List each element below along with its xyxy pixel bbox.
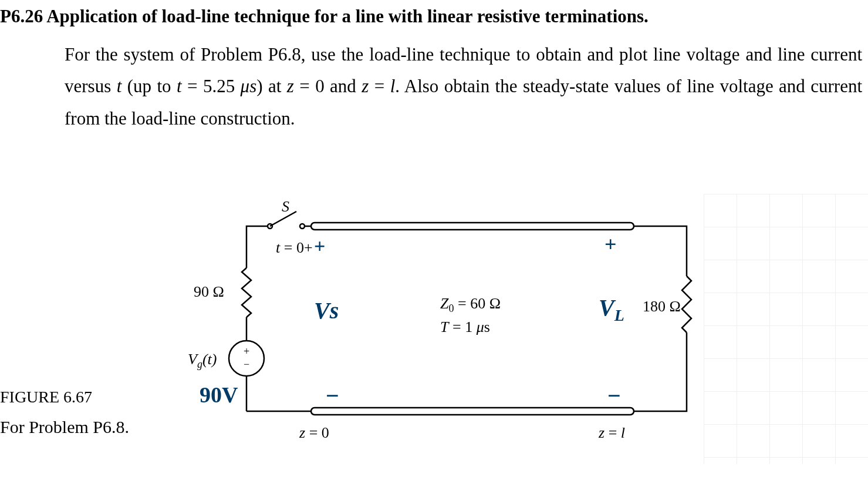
svg-rect-3 xyxy=(311,408,634,415)
annotation-plus-right: + xyxy=(604,232,617,257)
problem-body: For the system of Problem P6.8, use the … xyxy=(0,39,868,135)
figure-caption: FIGURE 6.67 xyxy=(0,388,92,407)
body-text-8: = 0 and xyxy=(294,76,362,96)
annotation-minus-right: − xyxy=(607,382,621,409)
annotation-vl: VL xyxy=(599,294,624,325)
load-resistor-label: 180 Ω xyxy=(643,298,681,315)
figure-subcaption: For Problem P6.8. xyxy=(0,417,129,437)
body-text-2: (up to xyxy=(121,76,177,96)
circuit-diagram: + − S t = 0+ 90 Ω Vg(t) Z0 = 60 Ω T = 1 … xyxy=(176,194,704,464)
annotation-plus-left: + xyxy=(314,235,325,257)
problem-heading: P6.26 Application of load-line technique… xyxy=(0,6,868,27)
z-end-label: z = l xyxy=(598,424,625,441)
problem-title: Application of load-line technique for a… xyxy=(46,6,649,26)
svg-text:+: + xyxy=(244,345,249,357)
problem-number: P6.26 xyxy=(0,6,43,26)
body-text-10: = xyxy=(369,76,390,96)
annotation-vg-value: 90V xyxy=(200,382,238,408)
line-impedance-label: Z0 = 60 Ω xyxy=(440,295,501,314)
body-text-4: = 5.25 xyxy=(182,76,241,96)
figure-area: FIGURE 6.67 For Problem P6.8. xyxy=(0,194,868,464)
switch-label: S xyxy=(282,198,289,215)
body-var-l: l xyxy=(390,76,396,96)
body-var-z1: z xyxy=(287,76,294,96)
svg-text:−: − xyxy=(244,358,249,370)
grid-background xyxy=(704,194,868,464)
source-resistor-label: 90 Ω xyxy=(194,283,224,300)
annotation-minus-left: − xyxy=(326,382,339,409)
body-text-6: ) at xyxy=(256,76,287,96)
source-voltage-label: Vg(t) xyxy=(188,351,217,370)
body-var-t1: t xyxy=(117,76,122,96)
switch-time: t = 0+ xyxy=(276,239,313,256)
body-var-z2: z xyxy=(362,76,369,96)
z-start-label: z = 0 xyxy=(299,424,329,441)
svg-rect-2 xyxy=(311,223,634,230)
body-unit-us: μs xyxy=(241,76,257,96)
line-delay-label: T = 1 μs xyxy=(440,318,490,335)
body-var-t2: t xyxy=(177,76,182,96)
svg-point-1 xyxy=(300,224,305,229)
annotation-vs: Vs xyxy=(314,297,339,324)
